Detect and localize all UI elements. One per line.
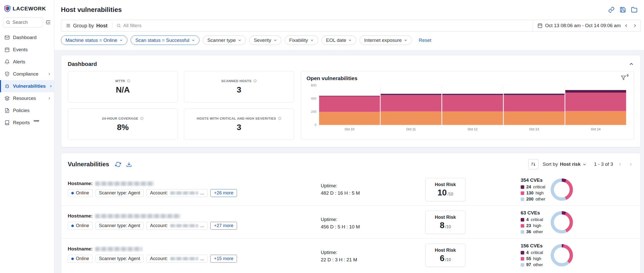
- saved-views-folder-button[interactable]: [631, 7, 637, 13]
- critical-legend-swatch: [521, 185, 524, 189]
- other-legend-swatch: [521, 230, 524, 234]
- uptime-block: Uptime: 482 D : 16 H : 5 M: [321, 182, 360, 197]
- status-chip: Online: [68, 222, 93, 230]
- critical-legend-swatch: [521, 218, 524, 222]
- sidebar-item-dashboard[interactable]: Dashboard: [0, 31, 54, 44]
- reset-filters-button[interactable]: Reset: [419, 38, 431, 43]
- collapse-dashboard-button[interactable]: [629, 62, 634, 67]
- save-view-button[interactable]: [620, 7, 626, 13]
- date-range-label: Oct 13 08:06 am - Oct 14 09:06 am: [545, 23, 621, 28]
- sidebar-item-resources[interactable]: Resources: [0, 92, 54, 104]
- filter-chip-internet-exposure[interactable]: Internet exposure: [360, 35, 412, 45]
- sidebar-item-policies[interactable]: Policies: [0, 104, 54, 117]
- lacework-logo[interactable]: LACEWORK: [0, 0, 54, 16]
- more-tags-chip[interactable]: +26 more: [210, 189, 237, 197]
- page-title: Host vulnerabilities: [61, 6, 122, 14]
- metric-critical-high-hosts: HOSTS WITH CRITICAL AND HIGH SEVERITIES …: [184, 108, 294, 140]
- info-icon[interactable]: [278, 117, 281, 120]
- bug-icon: [5, 84, 10, 89]
- filter-chip-eol-date[interactable]: EOL date: [321, 35, 357, 45]
- info-icon[interactable]: [253, 79, 257, 83]
- other-legend-swatch: [521, 197, 524, 201]
- chevron-down-icon: [238, 39, 241, 42]
- svg-text:0: 0: [315, 123, 316, 127]
- open-vulnerabilities-chart: 0200400600Oct 10Oct 11Oct 12Oct 13Oct 14: [307, 82, 628, 133]
- chevron-down-icon: [274, 39, 277, 42]
- all-filters-search[interactable]: [112, 22, 204, 29]
- reports-book-icon: [5, 120, 10, 125]
- chevron-down-icon: [348, 39, 352, 42]
- sidebar-item-reports[interactable]: Reports new: [0, 117, 54, 129]
- filter-chip-severity[interactable]: Severity: [249, 35, 281, 45]
- page-prev-button[interactable]: [617, 161, 623, 168]
- dashboard-card: Dashboard MTTR N/A SCANNED HOSTS: [61, 55, 641, 147]
- sort-by-dropdown[interactable]: Sort by Host risk: [543, 161, 586, 167]
- redacted-account: [170, 191, 198, 195]
- svg-text:Oct 11: Oct 11: [406, 127, 416, 131]
- all-filters-input[interactable]: [123, 23, 199, 28]
- high-legend-swatch: [521, 191, 524, 195]
- chevron-down-icon: [583, 162, 586, 166]
- sidebar-collapse-button[interactable]: [44, 19, 52, 26]
- pagination-label: 1 - 3 of 3: [594, 161, 613, 167]
- more-tags-chip[interactable]: +15 more: [210, 255, 237, 263]
- account-chip: Account:...: [146, 255, 208, 263]
- redacted-account: [170, 257, 198, 260]
- events-icon: [5, 47, 10, 52]
- open-vulnerabilities-panel: Open vulnerabilities 0 0200400600Oct 10O…: [301, 71, 634, 140]
- more-tags-chip[interactable]: +27 more: [210, 222, 237, 230]
- page-next-button[interactable]: [628, 161, 634, 168]
- status-chip: Online: [68, 189, 93, 197]
- new-badge: new: [34, 119, 39, 122]
- download-button[interactable]: [126, 161, 132, 167]
- chart-title: Open vulnerabilities: [307, 75, 358, 81]
- copy-link-button[interactable]: [608, 7, 615, 13]
- logo-text: LACEWORK: [13, 6, 46, 12]
- chevron-right-icon: [49, 84, 53, 88]
- filter-chip-fixability[interactable]: Fixability: [285, 35, 318, 45]
- uptime-block: Uptime: 22 D : 3 H : 21 M: [321, 249, 357, 263]
- sidebar-item-vulnerabilities[interactable]: Vulnerabilities: [0, 80, 54, 92]
- uptime-block: Uptime: 456 D : 5 H : 10 M: [321, 216, 360, 230]
- status-chip: Online: [68, 255, 93, 263]
- alerts-icon: [5, 59, 10, 64]
- cve-summary: 156 CVEs 4critical 55high 97other: [521, 243, 543, 268]
- sidebar-item-alerts[interactable]: Alerts: [0, 56, 54, 68]
- chevron-down-icon: [120, 39, 123, 42]
- high-legend-swatch: [521, 257, 524, 261]
- calendar-icon: [537, 23, 543, 28]
- resources-layers-icon: [5, 96, 10, 101]
- sort-direction-button[interactable]: [528, 159, 538, 169]
- svg-text:Oct 10: Oct 10: [345, 127, 354, 131]
- date-range-control[interactable]: Oct 13 08:06 am - Oct 14 09:06 am: [533, 20, 640, 31]
- filter-chip-scan-status[interactable]: Scan status = Successful: [131, 35, 199, 45]
- filter-chip-machine-status[interactable]: Machine status = Online: [61, 35, 127, 45]
- chevron-down-icon: [192, 39, 195, 42]
- vulnerability-row[interactable]: Hostname: Online Scanner type: Agent Acc…: [61, 175, 640, 205]
- funnel-icon[interactable]: 0: [621, 75, 628, 80]
- date-prev-button[interactable]: [623, 23, 629, 29]
- group-by-control[interactable]: Group by Host: [61, 20, 112, 31]
- refresh-button[interactable]: [115, 161, 121, 167]
- info-icon[interactable]: [140, 117, 144, 120]
- filter-chip-scanner-type[interactable]: Scanner type: [203, 35, 246, 45]
- filters-toolbar: Group by Host Oct 13 08:06 am - Oct 14 0…: [61, 20, 641, 31]
- vulnerability-row[interactable]: Hostname: Online Scanner type: Agent Acc…: [61, 205, 640, 238]
- sidebar-item-compliance[interactable]: Compliance: [0, 68, 54, 80]
- sidebar-item-events[interactable]: Events: [0, 44, 54, 56]
- cve-donut-chart: [551, 178, 573, 201]
- vulnerabilities-card: Vulnerabilities Sort by: [61, 153, 641, 273]
- vulnerability-row[interactable]: Hostname: Online Scanner type: Agent Acc…: [61, 238, 640, 271]
- online-dot-icon: [71, 192, 74, 194]
- critical-legend-swatch: [521, 251, 524, 254]
- scanner-type-chip: Scanner type: Agent: [95, 189, 144, 197]
- other-legend-swatch: [521, 263, 524, 267]
- filter-chips-row: Machine status = Online Scan status = Su…: [61, 35, 641, 45]
- dashboard-icon: [5, 35, 10, 40]
- info-icon[interactable]: [127, 79, 130, 83]
- host-risk-box: Host Risk 10/10: [425, 178, 465, 201]
- date-next-button[interactable]: [632, 23, 638, 29]
- svg-text:Oct 14: Oct 14: [591, 127, 601, 131]
- search-input[interactable]: Search: [3, 17, 43, 27]
- policies-document-icon: [5, 108, 10, 113]
